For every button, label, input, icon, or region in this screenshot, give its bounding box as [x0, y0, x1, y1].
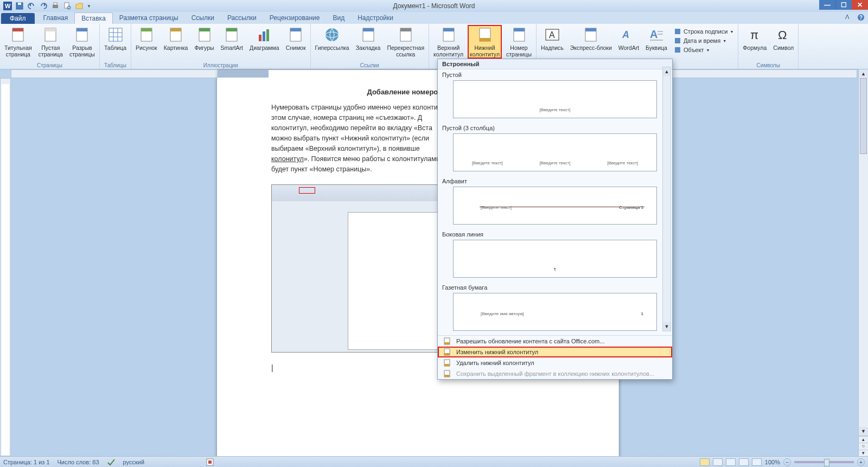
group-label: Страницы [2, 62, 97, 69]
tab-вид[interactable]: Вид [326, 12, 351, 24]
redo-icon[interactable] [39, 2, 48, 10]
equation-button[interactable]: πФормула [741, 25, 769, 52]
gallery-scrollbar[interactable]: ▲ ▼ [662, 67, 671, 331]
pagenum-button[interactable]: Номер страницы [504, 25, 534, 59]
scroll-thumb[interactable] [860, 78, 867, 154]
office-update-item[interactable]: Разрешить обновление контента с сайта Of… [438, 336, 672, 347]
table-button[interactable]: Таблица [102, 25, 129, 52]
view-fullscreen-button[interactable] [713, 458, 723, 466]
save-icon[interactable] [15, 2, 24, 10]
view-print-layout-button[interactable] [700, 458, 710, 466]
date-time-button[interactable]: Дата и время ▼ [672, 36, 736, 45]
print-preview-icon[interactable] [63, 2, 72, 10]
newsprint-footer[interactable]: [Введите имя автора]1 [453, 293, 657, 331]
wordart-button[interactable]: AWordArt [616, 25, 641, 52]
signature-line-button[interactable]: Строка подписи ▼ [672, 27, 736, 36]
open-icon[interactable] [75, 2, 84, 10]
blank-page-button[interactable]: Пустая страница [36, 25, 65, 59]
view-draft-button[interactable] [752, 458, 762, 466]
empty3-footer[interactable]: [Введите текст][Введите текст][Введите т… [453, 133, 657, 171]
edit-footer-item[interactable]: Изменить нижний колонтитул [438, 347, 672, 357]
zoom-out-button[interactable]: − [783, 458, 791, 466]
smartart-icon [223, 26, 240, 43]
status-words[interactable]: Число слов: 83 [58, 459, 99, 465]
scroll-up-icon[interactable]: ▲ [859, 69, 868, 78]
maximize-button[interactable]: ☐ [835, 0, 852, 10]
dropcap-button[interactable]: AБуквица [643, 25, 669, 52]
tab-рецензирование[interactable]: Рецензирование [263, 12, 327, 24]
hyperlink-button[interactable]: Гиперссылка [313, 25, 352, 52]
svg-rect-11 [12, 28, 23, 31]
prev-page-icon[interactable]: ▴ [859, 436, 868, 443]
textbox-icon: A [544, 26, 561, 43]
empty-footer[interactable]: [Введите текст] [453, 80, 657, 118]
status-bar: Страница: 1 из 1 Число слов: 83 русский … [0, 456, 868, 467]
page-break-button[interactable]: Разрыв страницы [67, 25, 97, 59]
help-icon[interactable]: ? [857, 14, 865, 21]
print-icon[interactable] [51, 2, 60, 10]
smartart-button[interactable]: SmartArt [219, 25, 245, 52]
tab-file[interactable]: Файл [1, 13, 35, 24]
gallery-scroll-up-icon[interactable]: ▲ [663, 67, 671, 76]
svg-rect-6 [65, 3, 69, 8]
svg-rect-33 [290, 28, 301, 31]
tab-ссылки[interactable]: Ссылки [185, 12, 221, 24]
tab-вставка[interactable]: Вставка [74, 12, 113, 24]
svg-text:A: A [622, 29, 629, 40]
vertical-scrollbar[interactable]: ▲ ▼ ▴ ○ ▾ [858, 69, 868, 456]
textbox-button[interactable]: AНадпись [539, 25, 566, 52]
alphabet-footer[interactable]: [Введите текст]Страница 1 [453, 187, 657, 225]
tab-разметка-страницы[interactable]: Разметка страницы [113, 12, 185, 24]
title-bar: W ▼ Документ1 - Microsoft Word — ☐ ✕ [0, 0, 868, 12]
qat-dropdown-icon[interactable]: ▼ [87, 4, 91, 9]
quickparts-button[interactable]: Экспресс-блоки [568, 25, 614, 52]
view-web-button[interactable] [726, 458, 736, 466]
tab-надстройки[interactable]: Надстройки [351, 12, 400, 24]
browse-object-icon[interactable]: ○ [859, 443, 868, 449]
wordart-icon: A [620, 26, 637, 43]
sideline-footer[interactable]: ¶ [453, 240, 657, 278]
symbol-button[interactable]: ΩСимвол [771, 25, 796, 52]
zoom-slider[interactable] [794, 461, 854, 463]
clipart-button[interactable]: Картинка [162, 25, 190, 52]
footer-dropdown: Встроенный Пустой[Введите текст]Пустой (… [437, 59, 673, 380]
cover-page-button[interactable]: Титульная страница [2, 25, 34, 59]
shapes-button[interactable]: Фигуры [192, 25, 216, 52]
gallery-label: Газетная бумага [438, 282, 672, 292]
tab-рассылки[interactable]: Рассылки [221, 12, 263, 24]
status-page[interactable]: Страница: 1 из 1 [3, 459, 50, 465]
header-button[interactable]: Верхний колонтитул [431, 25, 465, 59]
screenshot-button[interactable]: Снимок [284, 25, 308, 52]
tab-главная[interactable]: Главная [37, 12, 75, 24]
chart-button[interactable]: Диаграмма [247, 25, 282, 52]
dropdown-header: Встроенный [438, 59, 672, 69]
object-button[interactable]: Объект ▼ [672, 46, 736, 54]
minimize-ribbon-icon[interactable]: ᐱ [845, 14, 853, 21]
bookmark-button[interactable]: Закладка [354, 25, 383, 52]
svg-rect-56 [675, 38, 680, 43]
gallery-label: Боковая линия [438, 229, 672, 239]
spellcheck-icon[interactable] [107, 458, 116, 466]
view-outline-button[interactable] [739, 458, 749, 466]
undo-icon[interactable] [27, 2, 36, 10]
svg-rect-28 [226, 28, 237, 31]
zoom-in-button[interactable]: + [857, 458, 865, 466]
status-language[interactable]: русский [123, 459, 144, 465]
horizontal-ruler[interactable] [11, 69, 857, 78]
crossref-button[interactable]: Перекрестная ссылка [385, 25, 426, 59]
gallery-scroll-down-icon[interactable]: ▼ [663, 322, 671, 331]
macro-icon[interactable] [206, 458, 214, 466]
next-page-icon[interactable]: ▾ [859, 450, 868, 456]
close-button[interactable]: ✕ [852, 0, 868, 10]
picture-button[interactable]: Рисунок [133, 25, 159, 52]
document-area[interactable]: Добавление номеров страни Нумеровать стр… [11, 78, 857, 456]
header-icon [440, 26, 457, 43]
vertical-ruler[interactable] [0, 78, 11, 456]
scroll-down-icon[interactable]: ▼ [859, 427, 868, 436]
footer-button[interactable]: Нижний колонтитул [468, 25, 502, 59]
symbol-icon: Ω [775, 26, 792, 43]
minimize-button[interactable]: — [819, 0, 835, 10]
svg-point-34 [326, 28, 339, 41]
zoom-level[interactable]: 100% [765, 459, 780, 465]
remove-footer-item[interactable]: Удалить нижний колонтитул [438, 357, 672, 368]
